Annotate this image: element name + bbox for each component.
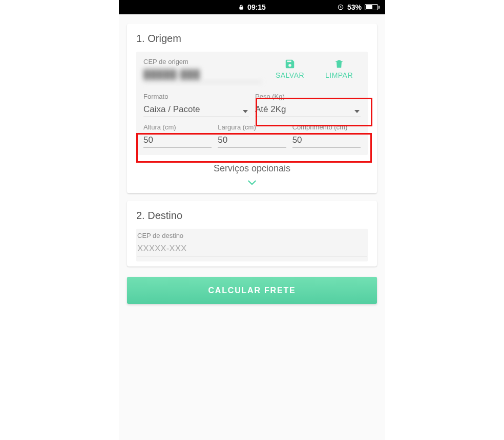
largura-input[interactable] <box>218 134 286 148</box>
status-time: 09:15 <box>247 3 266 11</box>
formato-select[interactable]: Caixa / Pacote <box>143 103 249 117</box>
cep-origem-input[interactable]: █████-███ <box>143 69 262 82</box>
calcular-frete-button[interactable]: CALCULAR FRETE <box>127 277 377 304</box>
cep-origem-label: CEP de origem <box>143 58 262 65</box>
limpar-button[interactable]: LIMPAR <box>318 58 361 79</box>
largura-label: Largura (cm) <box>218 123 286 131</box>
salvar-button[interactable]: SALVAR <box>268 58 311 79</box>
cep-destino-input[interactable] <box>137 243 367 256</box>
formato-value: Caixa / Pacote <box>143 103 249 117</box>
destino-title: 2. Destino <box>136 210 368 222</box>
salvar-label: SALVAR <box>276 71 304 79</box>
peso-select[interactable]: Até 2Kg <box>255 103 361 117</box>
servicos-label: Serviços opcionais <box>136 155 368 174</box>
altura-input[interactable] <box>143 134 212 148</box>
save-icon <box>284 58 296 70</box>
origem-title: 1. Origem <box>136 33 368 45</box>
chevron-down-icon <box>354 110 360 113</box>
altura-label: Altura (cm) <box>143 123 212 131</box>
destino-card: 2. Destino CEP de destino <box>127 201 377 267</box>
cep-destino-label: CEP de destino <box>137 232 367 239</box>
peso-value: Até 2Kg <box>255 103 361 117</box>
origem-panel: CEP de origem █████-███ SALVAR <box>136 52 368 155</box>
formato-label: Formato <box>143 93 249 100</box>
trash-icon <box>334 58 344 70</box>
limpar-label: LIMPAR <box>325 71 353 79</box>
peso-label: Peso (Kg) <box>255 93 361 100</box>
comprimento-label: Comprimento (cm) <box>292 123 361 131</box>
servicos-expand[interactable] <box>136 174 368 188</box>
rotation-lock-icon <box>337 4 344 11</box>
chevron-down-icon <box>243 110 248 113</box>
comprimento-input[interactable] <box>292 134 361 148</box>
lock-icon <box>238 4 244 10</box>
battery-pct: 53% <box>347 3 362 11</box>
phone-frame: 09:15 53% 1. Origem CEP de origem █████-… <box>119 0 385 440</box>
origem-card: 1. Origem CEP de origem █████-███ SALVAR <box>127 24 377 193</box>
destino-panel: CEP de destino <box>136 229 368 261</box>
chevron-down-icon <box>247 179 257 186</box>
status-bar: 09:15 53% <box>119 0 385 14</box>
battery-icon <box>365 4 378 10</box>
svg-rect-0 <box>240 7 243 10</box>
